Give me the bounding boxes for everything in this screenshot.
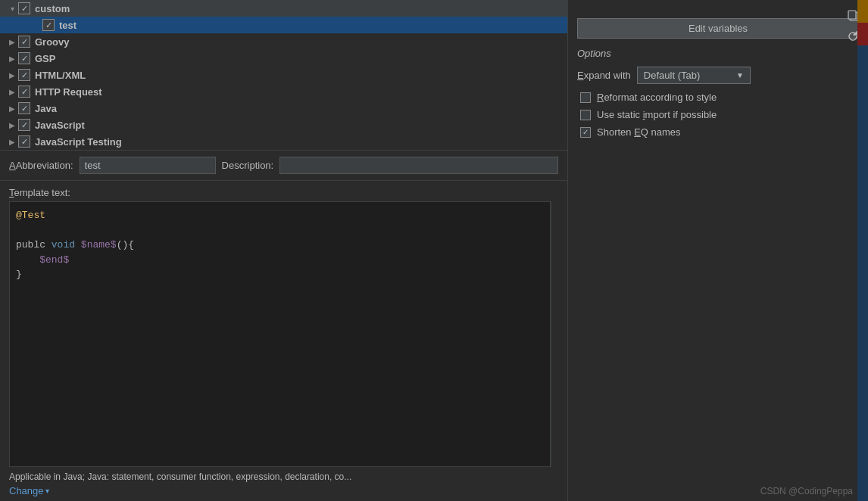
checkbox-static-import-label: Use static import if possible bbox=[597, 109, 717, 120]
checkbox-shorten-eq[interactable]: ✓ bbox=[580, 127, 591, 138]
strip-red bbox=[857, 23, 868, 45]
expand-arrow-httprequest: ▶ bbox=[6, 88, 18, 96]
applicable-text: Applicable in Java; Java: statement, con… bbox=[9, 471, 351, 482]
tree-label-gsp: GSP bbox=[35, 53, 55, 64]
tree-item-test[interactable]: ✓ test bbox=[0, 17, 567, 33]
applicable-row: Applicable in Java; Java: statement, con… bbox=[0, 467, 567, 482]
checkbox-java[interactable]: ✓ bbox=[18, 102, 30, 114]
checkbox-javascripttesting[interactable]: ✓ bbox=[18, 135, 30, 148]
expand-arrow-javascripttesting: ▶ bbox=[6, 138, 18, 146]
left-panel: ▾ ✓ custom ✓ test ▶ ✓ Groovy ▶ ✓ GSP ▶ ✓… bbox=[0, 0, 568, 501]
checkbox-test[interactable]: ✓ bbox=[42, 19, 55, 31]
tree-label-htmlxml: HTML/XML bbox=[35, 70, 86, 81]
code-line-4: $end$ bbox=[16, 253, 544, 268]
checkbox-httprequest[interactable]: ✓ bbox=[18, 86, 30, 98]
tree-item-htmlxml[interactable]: ▶ ✓ HTML/XML bbox=[0, 67, 567, 83]
tree-item-httprequest[interactable]: ▶ ✓ HTTP Request bbox=[0, 83, 567, 100]
abbreviation-label: AAbbreviation: bbox=[9, 160, 73, 171]
expand-arrow-javascript: ▶ bbox=[6, 121, 18, 129]
svg-rect-1 bbox=[848, 11, 856, 19]
tree-label-javascript: JavaScript bbox=[35, 120, 85, 131]
expand-arrow-custom: ▾ bbox=[6, 5, 18, 13]
abbreviation-input[interactable] bbox=[80, 157, 216, 174]
checkbox-custom[interactable]: ✓ bbox=[18, 2, 30, 14]
checkbox-groovy[interactable]: ✓ bbox=[18, 36, 30, 48]
checkbox-htmlxml[interactable]: ✓ bbox=[18, 69, 30, 81]
strip-blue bbox=[857, 45, 868, 501]
tree-item-java[interactable]: ▶ ✓ Java bbox=[0, 100, 567, 117]
edit-variables-button[interactable]: Edit variables bbox=[577, 18, 859, 39]
code-line-1: @Test bbox=[16, 208, 544, 223]
checkbox-shorten-eq-label: Shorten EQ names bbox=[597, 126, 681, 138]
expand-with-value: Default (Tab) bbox=[644, 70, 700, 81]
tree-label-test: test bbox=[59, 20, 76, 31]
expand-arrow-java: ▶ bbox=[6, 104, 18, 113]
change-arrow-icon: ▾ bbox=[45, 487, 49, 495]
code-line-5: } bbox=[16, 267, 544, 282]
template-label: Template text: bbox=[9, 187, 558, 198]
description-input[interactable] bbox=[279, 157, 558, 174]
checkbox-reformat-label: Reformat according to style bbox=[597, 92, 717, 103]
tree-label-groovy: Groovy bbox=[35, 36, 70, 48]
fields-row: AAbbreviation: Description: bbox=[0, 151, 567, 181]
tree-label-java: Java bbox=[35, 103, 57, 114]
dropdown-arrow-icon: ▼ bbox=[736, 71, 744, 79]
edit-variables-wrapper: Edit variables bbox=[577, 6, 859, 48]
template-wrapper: @Test publc void $name$(){ $end$ } bbox=[9, 201, 558, 467]
code-line-3: publc void $name$(){ bbox=[16, 238, 544, 253]
expand-arrow-gsp: ▶ bbox=[6, 54, 18, 63]
right-panel: Edit variables Options Expand with Defau… bbox=[568, 0, 868, 501]
expand-with-label: Expand with bbox=[577, 70, 631, 81]
code-line-2 bbox=[16, 223, 544, 238]
tree-item-javascripttesting[interactable]: ▶ ✓ JavaScript Testing bbox=[0, 133, 567, 150]
tree-label-custom: custom bbox=[35, 3, 70, 14]
scrollbar-track[interactable] bbox=[551, 201, 558, 467]
code-editor[interactable]: @Test publc void $name$(){ $end$ } bbox=[9, 201, 551, 467]
expand-arrow-htmlxml: ▶ bbox=[6, 71, 18, 79]
tree-label-httprequest: HTTP Request bbox=[35, 86, 102, 98]
checkbox-reformat-row: Reformat according to style bbox=[577, 92, 859, 103]
right-preview bbox=[857, 0, 868, 501]
watermark: CSDN @CodingPeppa bbox=[760, 486, 853, 496]
expand-arrow-groovy: ▶ bbox=[6, 38, 18, 46]
strip-orange bbox=[857, 0, 868, 23]
tree-section: ▾ ✓ custom ✓ test ▶ ✓ Groovy ▶ ✓ GSP ▶ ✓… bbox=[0, 0, 567, 151]
checkbox-static-import-row: Use static import if possible bbox=[577, 109, 859, 120]
change-link-row: Change ▾ bbox=[0, 482, 567, 501]
checkbox-shorten-eq-row: ✓ Shorten EQ names bbox=[577, 126, 859, 138]
description-label: Description: bbox=[222, 160, 274, 171]
tree-item-javascript[interactable]: ▶ ✓ JavaScript bbox=[0, 117, 567, 133]
checkbox-gsp[interactable]: ✓ bbox=[18, 52, 30, 64]
checkbox-javascript[interactable]: ✓ bbox=[18, 119, 30, 131]
checkbox-static-import[interactable] bbox=[580, 110, 591, 120]
tree-item-groovy[interactable]: ▶ ✓ Groovy bbox=[0, 33, 567, 50]
options-label: Options bbox=[577, 48, 859, 59]
change-link[interactable]: Change bbox=[9, 485, 44, 496]
expand-with-dropdown[interactable]: Default (Tab) ▼ bbox=[637, 67, 751, 84]
tree-item-gsp[interactable]: ▶ ✓ GSP bbox=[0, 50, 567, 67]
tree-label-javascripttesting: JavaScript Testing bbox=[35, 136, 122, 148]
expand-with-row: Expand with Default (Tab) ▼ bbox=[577, 67, 859, 84]
tree-item-custom[interactable]: ▾ ✓ custom bbox=[0, 0, 567, 17]
template-section: Template text: @Test publc void $name$()… bbox=[0, 181, 567, 467]
checkbox-reformat[interactable] bbox=[580, 92, 591, 103]
